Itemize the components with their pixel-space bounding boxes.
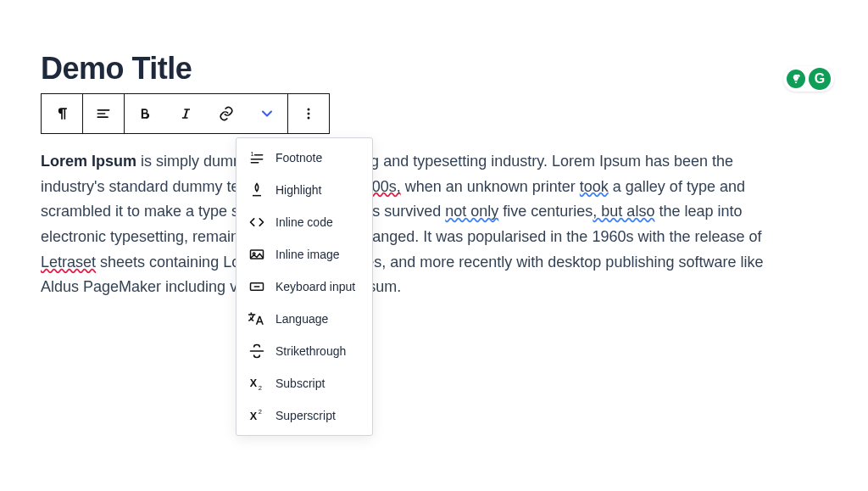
spell-error[interactable]: Letraset <box>41 254 96 271</box>
grammar-hint[interactable]: took <box>580 178 609 195</box>
grammarly-badge-icon: G <box>809 68 831 90</box>
svg-point-5 <box>308 117 310 120</box>
svg-text:X: X <box>250 377 258 389</box>
page-title[interactable]: Demo Title <box>41 51 827 86</box>
image-icon <box>248 246 265 263</box>
more-format-button[interactable] <box>247 94 287 133</box>
language-icon <box>248 310 265 327</box>
footnote-icon: 1 <box>248 149 265 166</box>
grammar-hint[interactable]: , but also <box>593 203 654 220</box>
keyboard-icon <box>248 278 265 295</box>
menu-item-footnote[interactable]: 1 Footnote <box>236 142 372 174</box>
lead-text: Lorem Ipsum <box>41 153 136 170</box>
menu-item-keyboard[interactable]: Keyboard input <box>236 271 372 303</box>
more-vertical-icon <box>300 105 317 122</box>
link-button[interactable] <box>206 94 247 133</box>
block-toolbar <box>41 93 330 134</box>
menu-item-language[interactable]: Language <box>236 303 372 335</box>
menu-item-superscript[interactable]: X2 Superscript <box>236 399 372 432</box>
link-icon <box>218 105 235 122</box>
svg-text:X: X <box>250 410 258 422</box>
paragraph-content[interactable]: Lorem Ipsum is simply dummy text of the … <box>41 149 795 300</box>
body-text: five centuries <box>498 203 593 220</box>
italic-button[interactable] <box>165 94 206 133</box>
format-dropdown-menu: 1 Footnote Highlight Inline code Inline … <box>236 137 373 436</box>
align-left-icon <box>95 105 112 122</box>
menu-item-label: Subscript <box>275 377 325 390</box>
svg-text:+: + <box>798 75 799 78</box>
highlight-icon <box>248 181 265 198</box>
menu-item-label: Footnote <box>275 151 322 165</box>
svg-text:1: 1 <box>251 150 254 158</box>
menu-item-highlight[interactable]: Highlight <box>236 174 372 206</box>
svg-point-3 <box>308 109 310 111</box>
menu-item-label: Inline image <box>275 248 340 261</box>
svg-text:2: 2 <box>259 384 262 392</box>
subscript-icon: X2 <box>248 375 265 392</box>
body-text: sheets containing Lorem Ipsum passages, … <box>41 254 763 296</box>
overflow-button[interactable] <box>288 94 329 133</box>
svg-point-4 <box>308 113 310 115</box>
menu-item-strikethrough[interactable]: Strikethrough <box>236 335 372 367</box>
pilcrow-icon <box>53 105 70 122</box>
svg-text:2: 2 <box>259 408 262 416</box>
grammarly-bulb-icon: + <box>787 70 805 88</box>
grammarly-widget[interactable]: + G <box>783 66 834 92</box>
menu-item-label: Superscript <box>275 409 336 422</box>
menu-item-label: Language <box>275 312 328 326</box>
menu-item-label: Highlight <box>275 183 321 197</box>
menu-item-subscript[interactable]: X2 Subscript <box>236 367 372 399</box>
menu-item-inline-code[interactable]: Inline code <box>236 206 372 238</box>
menu-item-label: Strikethrough <box>275 344 346 358</box>
grammar-hint[interactable]: not only <box>445 203 498 220</box>
superscript-icon: X2 <box>248 407 265 424</box>
align-button[interactable] <box>83 94 124 133</box>
menu-item-label: Inline code <box>275 215 333 229</box>
bold-icon <box>136 105 153 122</box>
paragraph-type-button[interactable] <box>42 94 82 133</box>
chevron-down-icon <box>259 105 275 122</box>
bold-button[interactable] <box>125 94 165 133</box>
menu-item-inline-image[interactable]: Inline image <box>236 238 372 271</box>
body-text: when an unknown printer <box>401 178 580 195</box>
menu-item-label: Keyboard input <box>275 280 355 293</box>
code-icon <box>248 214 265 231</box>
strikethrough-icon <box>248 343 265 360</box>
italic-icon <box>177 105 194 122</box>
